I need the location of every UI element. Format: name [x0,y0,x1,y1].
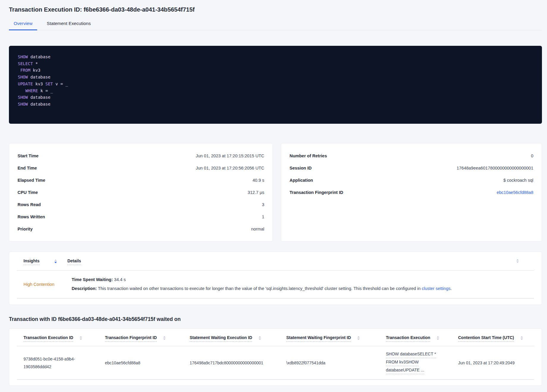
sort-up-arrow [437,336,439,338]
column-header-label[interactable]: Statement Waiting Fingerprint ID [286,335,351,342]
cell-transaction-execution-id: 9738d051-bc0e-4158-a9b4-1903586ddd42 [17,355,98,371]
waited-on-table-card: Transaction Execution IDTransaction Fing… [9,328,542,386]
column-header-label[interactable]: Transaction Execution ID [23,335,73,342]
sql-line: SHOW database [18,54,533,60]
summary-value: 312.7 µs [248,190,264,195]
column-header-label[interactable]: Contention Start Time (UTC) [458,335,514,342]
insight-row: High Contention Time Spent Waiting: 34.4… [17,271,534,299]
summary-label: Session ID [290,166,312,170]
waited-on-heading: Transaction with ID f6be6366-da03-48de-a… [9,316,542,322]
sql-keyword: SET [45,81,53,86]
summary-row: Rows Written1 [18,211,264,223]
sql-line: SHOW database [18,101,533,108]
column-header-label[interactable]: Transaction Execution [386,335,430,342]
summary-value: 0 [531,153,533,158]
tab-statement-executions[interactable]: Statement Executions [42,18,95,30]
sort-down-arrow [437,338,439,340]
sort-icon[interactable] [163,336,166,340]
sort-down-arrow [163,338,166,340]
sql-keyword: SHOW [18,54,28,59]
sql-text: v = _ [53,81,68,86]
transaction-execution-link[interactable]: databaseUPDATE ... [386,368,424,374]
sql-line: WHERE k = _ [18,87,533,94]
column-header: Transaction Execution [379,335,452,342]
sort-up-arrow [163,336,166,338]
sort-down-arrow [521,338,523,340]
insight-type-badge: High Contention [17,271,72,298]
sort-down-arrow [357,338,360,340]
sql-keyword: FROM [20,68,30,73]
transaction-fingerprint-link[interactable]: ebc10ae56cfd88a8 [497,190,533,195]
summary-label: CPU Time [18,190,38,195]
summary-value: 3 [262,202,264,207]
sort-icon[interactable] [437,336,439,340]
insights-table-header: Insights Details [17,252,534,271]
summary-value: 17648a9eea6017800000000000000001 [457,166,533,170]
sort-icon[interactable] [357,336,360,340]
summary-label: Number of Retries [290,153,327,158]
execution-summary-card: Start TimeJun 01, 2023 at 17:20:15:2015 … [9,143,273,242]
summary-label: Start Time [18,153,39,158]
summary-label: Elapsed Time [18,178,45,183]
sort-icon[interactable] [54,259,57,263]
sql-line: UPDATE kv3 SET v = _ [18,81,533,87]
sql-keyword: UPDATE [18,81,33,86]
table-row: 9738d051-bc0e-4158-a9b4-1903586ddd42ebc1… [17,346,534,380]
details-column-header[interactable]: Details [67,258,81,265]
insight-details: Time Spent Waiting: 34.4 s Description: … [72,271,534,298]
column-header: Contention Start Time (UTC) [452,335,534,342]
summary-value: Jun 01, 2023 at 17:20:56:2056 UTC [196,166,264,170]
summary-value: 40.9 s [253,178,265,183]
sort-icon[interactable] [259,336,261,340]
insights-column-header[interactable]: Insights [23,258,40,265]
sql-text: * [33,61,38,66]
sql-keyword: WHERE [25,88,38,93]
summary-row: Prioritynormal [18,223,264,235]
sort-up-arrow [521,336,523,338]
sql-text: kv3 [33,81,45,86]
column-header-label[interactable]: Statement Waiting Execution ID [190,335,252,342]
sql-text: k = _ [38,88,53,93]
sql-text: database [28,95,51,100]
transaction-execution-link[interactable]: SHOW databaseSELECT * [386,352,436,358]
sql-line: SHOW database [18,74,533,81]
column-header: Statement Waiting Execution ID [183,335,280,342]
summary-row: Start TimeJun 01, 2023 at 17:20:15:2015 … [18,150,264,162]
sql-text: database [28,54,51,59]
summary-row: Session ID17648a9eea60178000000000000000… [290,162,533,174]
page-title: Transaction Execution ID: f6be6366-da03-… [9,5,542,14]
waited-on-table-header: Transaction Execution IDTransaction Fing… [17,329,534,346]
summary-label: End Time [18,166,37,170]
sort-up-arrow [80,336,82,338]
tab-overview[interactable]: Overview [9,18,37,30]
cell-transaction-fingerprint-id: ebc10ae56cfd88a8 [98,359,183,367]
summary-value: normal [251,227,264,231]
cell-statement-waiting-fingerprint-id: \xdb8922f077541dda [280,359,379,367]
cell-contention-start-time: Jun 01, 2023 at 17:20:49:2049 [452,359,534,367]
sql-line: FROM kv3 [18,67,533,74]
sort-icon[interactable] [521,336,523,340]
sql-text: database [28,75,51,79]
sql-line: SHOW database [18,94,533,101]
summary-value: $ cockroach sql [503,178,533,183]
summary-label: Priority [18,227,33,231]
summary-label: Rows Read [18,202,41,207]
summary-value: Jun 01, 2023 at 17:20:15:2015 UTC [196,153,264,158]
summary-row: Number of Retries0 [290,150,533,162]
summary-cards: Start TimeJun 01, 2023 at 17:20:15:2015 … [9,143,542,242]
sql-line: SELECT * [18,60,533,67]
column-header-label[interactable]: Transaction Fingerprint ID [105,335,157,342]
sql-keyword: SHOW [18,102,28,106]
summary-row: Transaction Fingerprint IDebc10ae56cfd88… [290,186,533,198]
cell-statement-waiting-execution-id: 176498a9c717bdc80000000000000001 [183,359,280,367]
sort-icon[interactable] [516,259,519,263]
cluster-settings-link[interactable]: cluster settings [422,286,451,291]
sql-keyword: SELECT [18,61,33,66]
sort-icon[interactable] [80,336,82,340]
transaction-details-page: Transaction Execution ID: f6be6366-da03-… [0,0,547,386]
sort-down-arrow [259,338,261,340]
sql-keyword: SHOW [18,95,28,100]
transaction-execution-link[interactable]: FROM kv3SHOW [386,360,419,366]
sql-text: database [28,102,51,106]
sql-keyword: SHOW [18,75,28,79]
